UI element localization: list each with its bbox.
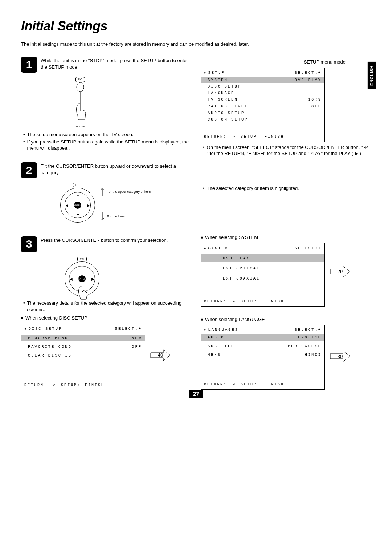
language-menu: LANGUAGESSELECT:+ AUDIOENGLISH SUBTITLEP… bbox=[201, 325, 325, 389]
intro-text: The initial settings made to this unit a… bbox=[21, 41, 371, 48]
setup-note: On the menu screen, "SELECT" stands for … bbox=[203, 144, 371, 157]
menu-footer: RETURN:↩SETUP:FINISH bbox=[201, 297, 324, 306]
page-ref-callout: 29 bbox=[330, 265, 350, 278]
step-2: 2 Tilt the CURSOR/ENTER button upward or… bbox=[21, 162, 191, 178]
enter-illustration: RC ENTER ◀▶ bbox=[65, 255, 99, 297]
page-ref-callout: 30 bbox=[330, 350, 350, 362]
menu-row: PROGRAM MENUNEW bbox=[21, 335, 145, 341]
step2-note: The selected category or item is highlig… bbox=[203, 185, 371, 192]
step-3-text: Press the CURSOR/ENTER button to confirm… bbox=[41, 236, 168, 252]
upper-arrow-note: For the upper category or item bbox=[100, 187, 151, 196]
language-heading: When selecting LANGUAGE bbox=[201, 316, 371, 323]
step-number-2: 2 bbox=[21, 162, 37, 178]
menu-row: TV SCREEN16:9 bbox=[201, 96, 324, 103]
setup-label: SET UP bbox=[64, 125, 97, 128]
disc-setup-menu: DISC SETUPSELECT:+ PROGRAM MENUNEW FAVOR… bbox=[21, 324, 145, 390]
menu-row: SYSTEMDVD PLAY bbox=[201, 77, 324, 83]
setup-menu-caption: SETUP menu mode bbox=[201, 59, 346, 65]
menu-row: FAVORITE CONDOFF bbox=[21, 343, 145, 350]
menu-option: DVD PLAY bbox=[201, 254, 324, 262]
cursor-illustration: RC ENTER ▲▼ ◀▶ For the upper category or… bbox=[60, 181, 191, 223]
menu-footer: RETURN:↩SETUP:FINISH bbox=[201, 380, 324, 389]
menu-row: MENUHINDI bbox=[201, 351, 324, 358]
enter-wheel-icon: ENTER ◀▶ bbox=[65, 261, 99, 296]
step-1: 1 While the unit is in the "STOP" mode, … bbox=[21, 57, 191, 73]
menu-row: RATING LEVELOFF bbox=[201, 103, 324, 110]
lower-arrow-note: For the lower bbox=[100, 212, 151, 221]
step3-note: The necessary details for the selected c… bbox=[23, 300, 191, 313]
remote-setup-illustration: RC SET UP bbox=[64, 76, 97, 128]
menu-row: LANGUAGE bbox=[201, 90, 324, 96]
page-title-text: Initial Settings bbox=[21, 17, 107, 35]
step-2-text: Tilt the CURSOR/ENTER button upward or d… bbox=[41, 162, 191, 178]
step-number-3: 3 bbox=[21, 236, 37, 252]
finger-press-icon bbox=[72, 82, 89, 122]
page-number: 27 bbox=[189, 390, 203, 398]
rc-badge-2: RC bbox=[73, 183, 82, 187]
menu-row: CUSTOM SETUP bbox=[201, 116, 324, 123]
menu-row: AUDIO SETUP bbox=[201, 110, 324, 116]
finger-icon bbox=[75, 279, 90, 301]
menu-option: EXT OPTICAL bbox=[201, 264, 324, 272]
step1-bullet-2: If you press the SETUP button again whil… bbox=[23, 139, 191, 151]
setup-menu: SETUPSELECT:+ SYSTEMDVD PLAY DISC SETUP … bbox=[201, 68, 325, 142]
svg-point-0 bbox=[77, 82, 84, 92]
language-tab: ENGLISH bbox=[368, 62, 376, 89]
menu-row: AUDIOENGLISH bbox=[201, 334, 324, 341]
step-3: 3 Press the CURSOR/ENTER button to confi… bbox=[21, 236, 191, 252]
page-title: Initial Settings bbox=[21, 17, 371, 35]
page-ref-callout: 40 bbox=[150, 349, 171, 361]
step-number-1: 1 bbox=[21, 57, 37, 73]
menu-option: EXT COAXIAL bbox=[201, 274, 324, 282]
rc-badge-3: RC bbox=[77, 257, 87, 261]
rc-badge: RC bbox=[75, 77, 85, 82]
menu-row: DISC SETUP bbox=[201, 83, 324, 90]
system-menu: SYSTEMSELECT:+ DVD PLAY EXT OPTICAL EXT … bbox=[201, 243, 325, 307]
disc-setup-heading: When selecting DISC SETUP bbox=[21, 315, 191, 321]
title-rule bbox=[112, 29, 371, 29]
menu-footer: RETURN:↩SETUP:FINISH bbox=[21, 381, 145, 390]
menu-row: SUBTITLEPORTUGUESE bbox=[201, 343, 324, 349]
menu-row: CLEAR DISC ID bbox=[21, 352, 145, 359]
step-1-text: While the unit is in the "STOP" mode, pr… bbox=[41, 57, 191, 73]
step1-bullet-1: The setup menu screen appears on the TV … bbox=[23, 131, 191, 138]
system-heading: When selecting SYSTEM bbox=[201, 234, 371, 241]
cursor-wheel-icon: ENTER ▲▼ ◀▶ bbox=[60, 188, 95, 223]
menu-footer: RETURN:↩SETUP:FINISH bbox=[201, 132, 324, 142]
